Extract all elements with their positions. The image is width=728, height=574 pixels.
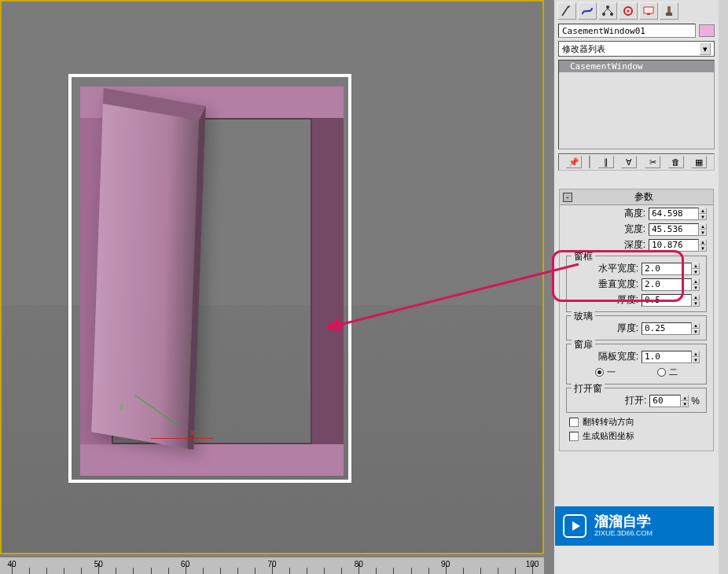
right-margin-strip: [717, 0, 728, 574]
motion-tab-icon[interactable]: [619, 2, 638, 20]
watermark-title: 溜溜自学: [594, 514, 653, 530]
spinner-down-icon[interactable]: ▼: [699, 214, 707, 220]
configure-sets-icon[interactable]: 🗑: [668, 156, 684, 168]
frame-hwidth-label: 水平宽度:: [573, 262, 642, 275]
spinner-up-icon[interactable]: ▲: [699, 223, 707, 230]
spinner-down-icon[interactable]: ▼: [692, 300, 700, 307]
viewport-canvas[interactable]: x y: [2, 2, 542, 553]
panel-width-label: 隔板宽度:: [573, 350, 642, 363]
pin-stack-icon[interactable]: 📌: [566, 156, 582, 168]
frame-group: 窗框 水平宽度: ▲▼ 垂直宽度: ▲▼ 厚度: ▲▼: [566, 256, 707, 312]
svg-rect-5: [644, 7, 653, 13]
spinner-up-icon[interactable]: ▲: [699, 239, 707, 245]
command-panel: 修改器列表 ▾ CasementWindow 📌 ∥ ∀ ✂ 🗑 ▦ - 参数 …: [553, 0, 719, 574]
spinner-down-icon[interactable]: ▼: [692, 269, 700, 275]
spinner-up-icon[interactable]: ▲: [692, 294, 700, 300]
spinner-down-icon[interactable]: ▼: [692, 357, 700, 363]
rollout-toggle-icon[interactable]: -: [563, 193, 572, 202]
radio-icon: [595, 368, 604, 377]
casement-group-label: 窗扉: [572, 338, 595, 351]
utilities-tab-icon[interactable]: [660, 2, 678, 20]
modify-tab-icon[interactable]: [578, 2, 597, 20]
svg-rect-6: [647, 13, 650, 15]
chevron-down-icon: ▾: [700, 42, 711, 55]
height-input[interactable]: [649, 208, 699, 220]
show-end-result-icon[interactable]: ∥: [598, 156, 614, 168]
command-panel-tabs: [554, 0, 719, 22]
svg-point-4: [627, 10, 630, 13]
glass-group-label: 玻璃: [572, 310, 595, 323]
spinner-down-icon[interactable]: ▼: [681, 401, 689, 407]
open-group: 打开窗 打开: ▲▼ %: [566, 388, 707, 413]
object-color-swatch[interactable]: [699, 24, 715, 37]
modifier-stack[interactable]: CasementWindow: [558, 60, 715, 149]
axis-x-label: x: [190, 428, 195, 437]
spinner-down-icon[interactable]: ▼: [699, 245, 707, 252]
modifier-list-label: 修改器列表: [562, 43, 605, 55]
open-spinner[interactable]: ▲▼: [649, 395, 689, 407]
frame-thickness-spinner[interactable]: ▲▼: [642, 294, 700, 307]
checkbox-icon: [569, 418, 579, 427]
frame-hwidth-spinner[interactable]: ▲▼: [642, 263, 700, 275]
frame-group-label: 窗框: [572, 250, 595, 263]
panels-one-radio[interactable]: 一: [595, 366, 616, 378]
depth-spinner[interactable]: ▲▼: [649, 239, 707, 252]
flip-swing-checkbox[interactable]: 翻转转动方向: [569, 416, 704, 428]
frame-thickness-label: 厚度:: [573, 293, 642, 307]
modifier-stack-toolbar: 📌 ∥ ∀ ✂ 🗑 ▦: [558, 153, 715, 171]
glass-thickness-input[interactable]: [642, 322, 692, 335]
frame-vwidth-spinner[interactable]: ▲▼: [642, 278, 700, 291]
spinner-up-icon[interactable]: ▲: [681, 395, 689, 401]
panel-width-spinner[interactable]: ▲▼: [642, 351, 700, 363]
spinner-down-icon[interactable]: ▼: [692, 285, 700, 291]
parameters-rollout: - 参数 高度: ▲▼ 宽度: ▲▼ 深度: ▲▼ 窗框: [559, 189, 714, 451]
object-name-input[interactable]: [558, 24, 696, 38]
axis-y-label: y: [119, 401, 124, 410]
watermark-badge: 溜溜自学 ZIXUE.3D66.COM: [555, 506, 714, 546]
ruler-tick-label: 40: [7, 560, 16, 568]
window-sash-3d: [91, 88, 205, 450]
spinner-up-icon[interactable]: ▲: [692, 351, 700, 357]
viewport[interactable]: x y: [0, 0, 544, 554]
depth-input[interactable]: [649, 239, 699, 252]
width-label: 宽度:: [566, 223, 649, 236]
gen-map-coords-checkbox[interactable]: 生成贴图坐标: [569, 430, 704, 442]
time-ruler[interactable]: 405060708090100: [0, 557, 544, 574]
spinner-up-icon[interactable]: ▲: [692, 263, 700, 269]
spinner-up-icon[interactable]: ▲: [692, 322, 700, 329]
modifier-stack-item[interactable]: CasementWindow: [559, 61, 714, 72]
panels-two-radio[interactable]: 二: [657, 366, 678, 378]
open-input[interactable]: [649, 395, 681, 407]
rollout-header[interactable]: - 参数: [560, 189, 713, 205]
svg-rect-7: [667, 6, 671, 13]
glass-thickness-spinner[interactable]: ▲▼: [642, 322, 700, 335]
open-label: 打开:: [573, 394, 649, 407]
frame-hwidth-input[interactable]: [642, 263, 692, 275]
panel-width-input[interactable]: [642, 351, 692, 363]
remove-modifier-icon[interactable]: ✂: [645, 156, 660, 168]
frame-vwidth-input[interactable]: [642, 278, 692, 291]
width-spinner[interactable]: ▲▼: [649, 223, 707, 236]
modifier-list-dropdown[interactable]: 修改器列表 ▾: [558, 41, 715, 57]
spinner-down-icon[interactable]: ▼: [692, 329, 700, 335]
hierarchy-tab-icon[interactable]: [598, 2, 617, 20]
height-spinner[interactable]: ▲▼: [649, 208, 707, 220]
spinner-up-icon[interactable]: ▲: [692, 278, 700, 285]
radio-icon: [657, 368, 666, 377]
display-tab-icon[interactable]: [639, 2, 658, 20]
ruler-tick-label: 100: [526, 560, 539, 568]
glass-thickness-label: 厚度:: [573, 322, 642, 335]
make-unique-icon[interactable]: ∀: [621, 156, 637, 168]
svg-point-1: [602, 13, 605, 16]
ruler-tick-label: 90: [441, 560, 450, 568]
svg-point-0: [606, 6, 609, 9]
ruler-ticks: 405060708090100: [0, 557, 544, 574]
watermark-url: ZIXUE.3D66.COM: [594, 530, 653, 538]
stack-options-icon[interactable]: ▦: [691, 156, 707, 168]
open-group-label: 打开窗: [572, 382, 605, 396]
frame-thickness-input[interactable]: [642, 294, 692, 307]
create-tab-icon[interactable]: [557, 2, 576, 20]
width-input[interactable]: [649, 223, 699, 236]
spinner-up-icon[interactable]: ▲: [699, 208, 707, 214]
spinner-down-icon[interactable]: ▼: [699, 230, 707, 236]
